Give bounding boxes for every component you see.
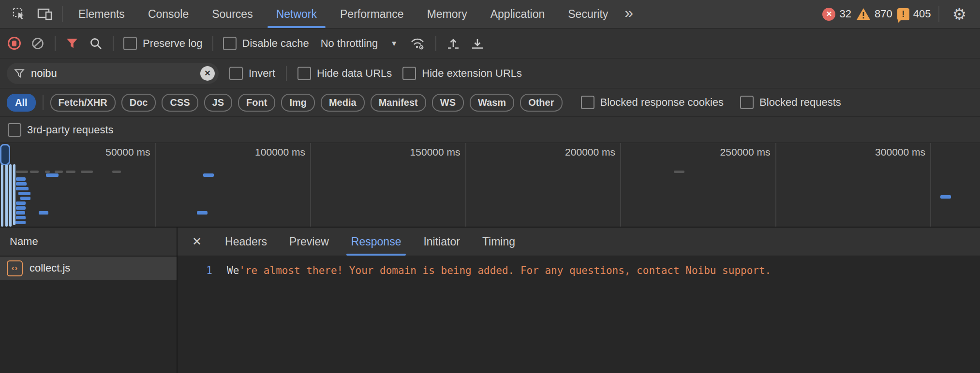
search-button[interactable]: [89, 29, 103, 58]
record-network-log-button[interactable]: [8, 37, 21, 50]
type-pill-img[interactable]: Img: [281, 94, 315, 112]
type-pill-fetch-xhr[interactable]: Fetch/XHR: [50, 94, 116, 112]
detail-tab-initiator[interactable]: Initiator: [423, 228, 460, 256]
waterfall-bar: [46, 173, 59, 177]
funnel-icon: [65, 37, 79, 50]
type-pill-ws[interactable]: WS: [432, 94, 464, 112]
issues-badge[interactable]: ! 405: [897, 8, 931, 20]
type-pill-css[interactable]: CSS: [162, 94, 198, 112]
import-har-button[interactable]: [446, 29, 460, 58]
type-pill-wasm[interactable]: Wasm: [470, 94, 514, 112]
filter-toggle-button[interactable]: [65, 29, 79, 58]
detail-tab-preview[interactable]: Preview: [289, 228, 329, 256]
more-tabs-icon[interactable]: »: [620, 4, 642, 25]
tab-network[interactable]: Network: [265, 0, 328, 28]
waterfall-bar: [39, 211, 48, 215]
overview-section: 150000 ms: [310, 143, 466, 227]
issues-icon: !: [897, 8, 909, 20]
hide-data-urls-checkbox[interactable]: [297, 67, 311, 80]
filter-input[interactable]: [30, 67, 195, 80]
type-pill-media[interactable]: Media: [321, 94, 365, 112]
waterfall-bar: [16, 206, 26, 210]
export-har-button[interactable]: [470, 29, 485, 58]
disable-cache-toggle[interactable]: Disable cache: [223, 37, 309, 50]
blocked-requests-toggle[interactable]: Blocked requests: [740, 96, 841, 109]
response-viewer[interactable]: 1 We're almost there! Your domain is bei…: [178, 256, 980, 278]
blocked-requests-checkbox[interactable]: [740, 96, 754, 109]
overview-section: 300000 ms: [775, 143, 932, 227]
inspect-element-button[interactable]: [7, 0, 32, 28]
type-pill-other[interactable]: Other: [520, 94, 562, 112]
waterfall-bar: [16, 211, 25, 215]
waterfall-bar: [112, 171, 121, 173]
invert-checkbox[interactable]: [229, 67, 243, 80]
detail-tab-response[interactable]: Response: [351, 228, 401, 256]
overview-section: 250000 ms: [620, 143, 776, 227]
invert-toggle[interactable]: Invert: [229, 67, 275, 80]
overview-tick-label: 300000 ms: [875, 146, 925, 158]
detail-tab-headers[interactable]: Headers: [225, 228, 267, 256]
blocked-response-cookies-toggle[interactable]: Blocked response cookies: [581, 96, 724, 109]
preserve-log-toggle[interactable]: Preserve log: [123, 37, 203, 50]
tab-memory[interactable]: Memory: [416, 0, 479, 28]
search-icon: [89, 36, 103, 51]
hide-data-urls-toggle[interactable]: Hide data URLs: [297, 67, 392, 80]
network-conditions-button[interactable]: [409, 29, 426, 58]
blocked-response-cookies-checkbox[interactable]: [581, 96, 594, 109]
disable-cache-label: Disable cache: [242, 37, 309, 50]
type-pill-doc[interactable]: Doc: [121, 94, 156, 112]
divider: [55, 36, 56, 51]
preserve-log-checkbox[interactable]: [123, 37, 137, 50]
type-pill-js[interactable]: JS: [204, 94, 232, 112]
tab-security[interactable]: Security: [556, 0, 620, 28]
line-number: 1: [178, 263, 212, 278]
name-column-header[interactable]: Name: [0, 228, 177, 257]
overview-tick-label: 200000 ms: [565, 146, 615, 158]
tab-console[interactable]: Console: [136, 0, 200, 28]
tab-application[interactable]: Application: [479, 0, 557, 28]
blocked-response-cookies-label: Blocked response cookies: [600, 96, 724, 109]
panel-tabs: ElementsConsoleSourcesNetworkPerformance…: [67, 0, 620, 28]
waterfall-bar: [55, 171, 63, 173]
close-icon[interactable]: ✕: [192, 235, 202, 248]
tab-elements[interactable]: Elements: [67, 0, 136, 28]
status-badges: ✕ 32 870 ! 405: [822, 7, 931, 21]
hide-extension-urls-checkbox[interactable]: [402, 67, 416, 80]
tab-performance[interactable]: Performance: [328, 0, 416, 28]
preserve-log-label: Preserve log: [143, 37, 203, 50]
throttling-value: No throttling: [321, 37, 378, 50]
third-party-toggle[interactable]: 3rd-party requests: [8, 123, 114, 137]
overview-selection-handle[interactable]: [0, 144, 10, 165]
type-pill-font[interactable]: Font: [238, 94, 275, 112]
disable-cache-checkbox[interactable]: [223, 37, 237, 50]
tab-sources[interactable]: Sources: [200, 0, 264, 28]
request-row-collect-js[interactable]: ‹›collect.js: [0, 257, 177, 280]
overview-tick-label: 100000 ms: [255, 146, 305, 158]
third-party-checkbox[interactable]: [8, 123, 21, 137]
wifi-gear-icon: [409, 36, 426, 51]
devtools-window: ElementsConsoleSourcesNetworkPerformance…: [0, 0, 980, 373]
network-overview-timeline[interactable]: 50000 ms100000 ms150000 ms200000 ms25000…: [0, 143, 980, 228]
divider: [62, 6, 63, 22]
clear-filter-icon[interactable]: ✕: [200, 66, 215, 81]
warning-badge[interactable]: 870: [856, 7, 892, 21]
waterfall-bar: [674, 171, 684, 173]
error-badge[interactable]: ✕ 32: [822, 8, 851, 21]
hide-extension-urls-toggle[interactable]: Hide extension URLs: [402, 67, 522, 80]
detail-tab-timing[interactable]: Timing: [482, 228, 515, 256]
waterfall-bar: [9, 164, 12, 227]
waterfall-bar: [18, 192, 30, 195]
clear-network-log-button[interactable]: [30, 29, 45, 58]
waterfall-bar: [1, 164, 3, 227]
settings-button[interactable]: ⚙: [943, 0, 975, 28]
overview-section: 100000 ms: [155, 143, 312, 227]
type-pill-manifest[interactable]: Manifest: [371, 94, 426, 112]
device-toolbar-button[interactable]: [32, 0, 58, 28]
divider: [286, 66, 287, 81]
throttling-select[interactable]: No throttling ▼: [319, 37, 400, 50]
waterfall-bar: [16, 171, 28, 173]
waterfall-bar: [16, 182, 27, 186]
type-pill-all[interactable]: All: [7, 94, 36, 112]
third-party-row: 3rd-party requests: [0, 117, 980, 143]
response-text: We're almost there! Your domain is being…: [227, 263, 771, 278]
